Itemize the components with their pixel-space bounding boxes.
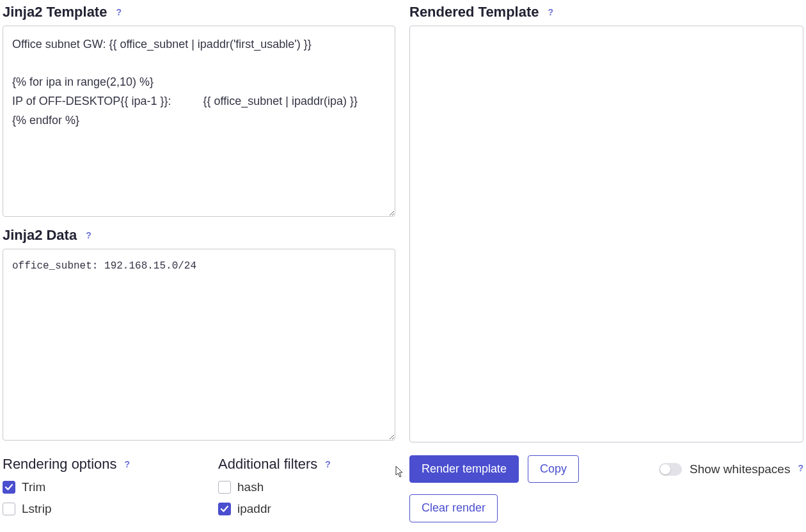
clear-render-button[interactable]: Clear render [409, 494, 498, 522]
additional-filter-row: hash [218, 480, 395, 494]
rendered-title: Rendered Template [409, 4, 539, 20]
rendering-option-label: Lstrip [22, 502, 51, 516]
copy-button[interactable]: Copy [528, 455, 579, 483]
rendering-option-label: Trim [22, 480, 45, 494]
rendering-options-title: Rendering options [3, 456, 117, 473]
rendering-option-row: Lstrip [3, 502, 180, 516]
render-template-button[interactable]: Render template [409, 455, 519, 483]
rendered-title-wrap: Rendered Template ? [409, 4, 803, 20]
jinja2-data-input[interactable] [3, 249, 395, 441]
additional-filter-label: hash [237, 480, 264, 494]
help-icon[interactable]: ? [548, 7, 554, 17]
rendered-output [409, 26, 803, 442]
additional-filter-row: ipaddr [218, 502, 395, 516]
additional-filter-checkbox-hash[interactable] [218, 481, 231, 494]
toggle-knob [660, 464, 670, 474]
template-title-wrap: Jinja2 Template ? [3, 4, 395, 20]
template-title: Jinja2 Template [3, 4, 107, 20]
rendering-option-checkbox-trim[interactable] [3, 481, 15, 494]
data-title-wrap: Jinja2 Data ? [3, 227, 395, 244]
data-title: Jinja2 Data [3, 227, 77, 244]
rendering-option-checkbox-lstrip[interactable] [3, 503, 15, 515]
help-icon[interactable]: ? [798, 463, 803, 473]
help-icon[interactable]: ? [116, 7, 122, 17]
jinja2-template-input[interactable] [3, 26, 395, 217]
additional-filter-checkbox-ipaddr[interactable] [218, 503, 231, 515]
help-icon[interactable]: ? [325, 459, 331, 469]
show-whitespaces-label: Show whitespaces [690, 462, 790, 476]
rendering-option-row: Trim [3, 480, 180, 494]
help-icon[interactable]: ? [125, 459, 130, 469]
rendering-options-group: Rendering options ? TrimLstrip [3, 456, 180, 524]
actions-row: Render template Copy Show whitespaces ? [409, 455, 803, 483]
help-icon[interactable]: ? [86, 230, 91, 240]
show-whitespaces-toggle[interactable] [659, 463, 682, 476]
show-whitespaces-wrap: Show whitespaces ? [659, 462, 803, 476]
additional-filters-title: Additional filters [218, 456, 317, 473]
additional-filters-group: Additional filters ? hashipaddr [218, 456, 395, 524]
additional-filter-label: ipaddr [237, 502, 271, 516]
